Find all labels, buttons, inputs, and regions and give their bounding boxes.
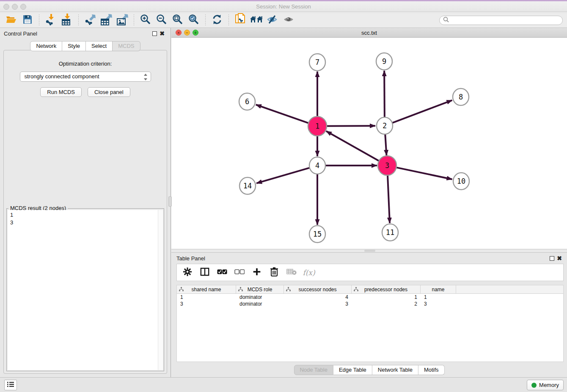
graph-node-14[interactable]: 14	[239, 177, 256, 194]
edge-1-6[interactable]	[256, 105, 309, 123]
export-image-button[interactable]	[115, 14, 129, 27]
horizontal-splitter[interactable]	[171, 249, 567, 253]
create-column-button[interactable]	[251, 268, 262, 278]
column-tree-icon	[354, 287, 358, 293]
graph-node-4[interactable]: 4	[309, 157, 325, 174]
search-box[interactable]	[439, 16, 563, 25]
close-panel-icon[interactable]: ✖	[160, 30, 165, 37]
first-neighbors-button[interactable]	[249, 14, 264, 27]
table-cell[interactable]: 1	[421, 294, 456, 301]
table-tab-network-table[interactable]: Network Table	[372, 365, 418, 375]
column-header-successor-nodes[interactable]: successor nodes	[284, 285, 352, 293]
table-cell[interactable]: 3	[421, 301, 456, 307]
table-panel-title: Table Panel	[176, 255, 205, 262]
table-row[interactable]: 1dominator411	[177, 294, 563, 301]
zoom-fit-button[interactable]	[171, 14, 185, 27]
table-settings-button[interactable]	[182, 268, 193, 278]
table-cell[interactable]: 3	[177, 301, 236, 307]
table-cell[interactable]: dominator	[236, 294, 284, 301]
tab-mcds[interactable]: MCDS	[113, 41, 140, 51]
tab-network[interactable]: Network	[30, 41, 62, 51]
edge-4-14[interactable]	[256, 168, 310, 183]
table-tab-motifs[interactable]: Motifs	[418, 365, 445, 375]
memory-button[interactable]: Memory	[527, 380, 564, 390]
search-input[interactable]	[451, 17, 559, 24]
show-columns-button[interactable]	[199, 268, 210, 278]
open-session-button[interactable]	[4, 14, 19, 27]
function-builder-button-disabled[interactable]: f(x)	[303, 268, 314, 278]
table-tabs-bar: Node TableEdge TableNetwork TableMotifs	[171, 362, 567, 377]
result-scrollbar[interactable]	[158, 210, 163, 370]
delete-column-button[interactable]	[269, 268, 280, 278]
mcds-result-text: 1 3	[8, 210, 163, 228]
column-header-MCDS-role[interactable]: MCDS role	[236, 285, 284, 293]
run-mcds-button[interactable]: Run MCDS	[40, 87, 82, 97]
graph-node-2[interactable]: 2	[377, 117, 393, 134]
graph-node-11[interactable]: 11	[382, 224, 398, 241]
edge-2-3[interactable]	[385, 134, 386, 155]
import-network-button[interactable]	[44, 14, 58, 27]
criterion-dropdown[interactable]: strongly connected component	[20, 72, 151, 82]
zoom-selected-button[interactable]	[187, 14, 201, 27]
edge-2-9[interactable]	[384, 71, 385, 118]
graph-node-9[interactable]: 9	[376, 53, 392, 70]
control-panel-title: Control Panel	[4, 30, 37, 37]
float-panel-icon[interactable]	[152, 31, 157, 36]
zoom-in-button[interactable]	[138, 14, 153, 27]
optimization-criterion-label: Optimization criterion:	[4, 61, 167, 67]
close-table-panel-icon[interactable]: ✖	[557, 255, 562, 262]
tab-style[interactable]: Style	[62, 41, 86, 51]
table-row[interactable]: 3dominator323	[177, 301, 563, 307]
graph-node-3[interactable]: 3	[378, 156, 396, 175]
svg-text:15: 15	[313, 230, 322, 238]
network-graph[interactable]: 1234678910111415	[171, 38, 567, 249]
table-cell[interactable]: 1	[352, 294, 421, 301]
export-table-button[interactable]	[99, 14, 113, 27]
table-cell[interactable]: 1	[177, 294, 236, 301]
column-label: shared name	[191, 287, 221, 293]
apply-layout-button[interactable]	[210, 14, 224, 27]
delete-table-button-disabled[interactable]	[286, 268, 297, 278]
column-header-predecessor-nodes[interactable]: predecessor nodes	[352, 285, 421, 293]
deselect-all-button[interactable]	[234, 268, 245, 278]
edge-3-11[interactable]	[388, 174, 390, 223]
column-header-shared-name[interactable]: shared name	[177, 285, 236, 293]
export-network-button[interactable]	[83, 14, 97, 27]
zoom-out-button[interactable]	[154, 14, 169, 27]
graph-node-10[interactable]: 10	[453, 173, 469, 190]
select-all-button[interactable]	[217, 268, 228, 278]
network-canvas[interactable]: 1234678910111415	[171, 38, 567, 249]
control-panel-header: Control Panel ✖	[0, 28, 171, 39]
vertical-splitter-grip[interactable]	[168, 196, 172, 207]
edge-2-8[interactable]	[392, 100, 452, 123]
edge-1-2[interactable]	[326, 126, 375, 126]
graph-node-6[interactable]: 6	[239, 93, 255, 110]
table-cell[interactable]: 2	[352, 301, 421, 307]
graph-node-8[interactable]: 8	[453, 88, 469, 105]
import-table-button[interactable]	[60, 14, 74, 27]
float-table-panel-icon[interactable]	[550, 256, 554, 261]
table-tab-node-table[interactable]: Node Table	[294, 365, 333, 375]
table-cell[interactable]: dominator	[236, 301, 284, 307]
mcds-result-textarea[interactable]: 1 3	[8, 210, 163, 370]
graph-node-1[interactable]: 1	[308, 116, 327, 136]
table-tab-edge-table[interactable]: Edge Table	[333, 365, 372, 375]
new-network-from-selection-button[interactable]	[233, 14, 248, 27]
horizontal-splitter-grip[interactable]	[364, 250, 375, 252]
hide-selection-button[interactable]	[265, 14, 280, 27]
show-all-button[interactable]	[281, 14, 296, 27]
save-session-button[interactable]	[20, 14, 35, 27]
network-view-title: scc.txt	[171, 30, 567, 36]
table-cell[interactable]: 3	[284, 301, 352, 307]
svg-text:6: 6	[245, 97, 249, 106]
column-header-name[interactable]: name	[421, 285, 456, 293]
table-cell[interactable]: 4	[284, 294, 352, 301]
edge-3-1[interactable]	[326, 131, 380, 161]
edge-3-10[interactable]	[396, 167, 452, 179]
tab-select[interactable]: Select	[86, 41, 113, 51]
close-panel-button[interactable]: Close panel	[88, 87, 130, 97]
task-history-button[interactable]	[4, 380, 17, 390]
graph-node-7[interactable]: 7	[309, 54, 325, 71]
graph-node-15[interactable]: 15	[309, 226, 325, 243]
svg-text:14: 14	[243, 182, 252, 190]
